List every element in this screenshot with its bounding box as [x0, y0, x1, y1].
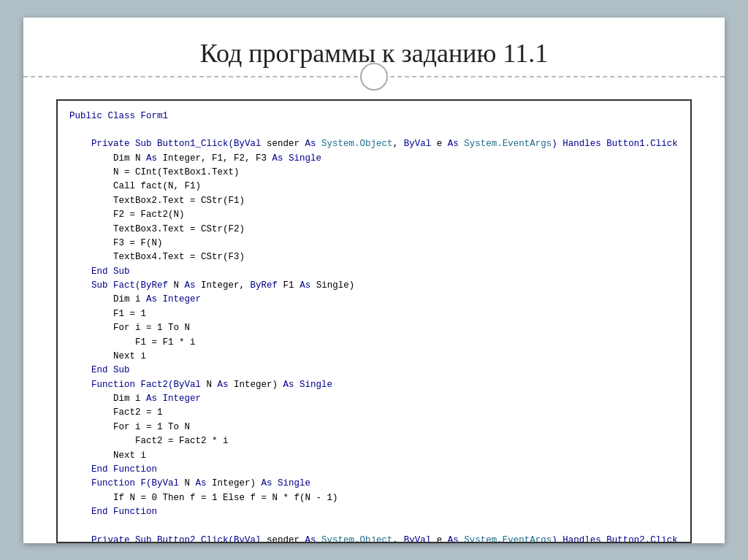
code-line: TextBox2.Text = CStr(F1) — [69, 194, 679, 208]
code-line: End Function — [69, 505, 679, 519]
code-line: F1 = 1 — [69, 307, 679, 321]
title-area: Код программы к заданию 11.1 — [23, 18, 725, 77]
code-line — [69, 519, 679, 533]
code-line: Dim i As Integer — [69, 392, 679, 406]
code-line: Private Sub Button1_Click(ByVal sender A… — [69, 137, 679, 151]
code-line: End Sub — [69, 265, 679, 279]
code-line: Private Sub Button2_Click(ByVal sender A… — [69, 534, 679, 543]
code-line: Fact2 = Fact2 * i — [69, 434, 679, 448]
code-line: End Function — [69, 463, 679, 477]
circle-connector — [360, 63, 388, 91]
code-line: F2 = Fact2(N) — [69, 208, 679, 222]
code-line — [69, 123, 679, 137]
code-line: Call fact(N, F1) — [69, 180, 679, 193]
code-block: Public Class Form1 Private Sub Button1_C… — [56, 99, 692, 543]
code-line: For i = 1 To N — [69, 321, 679, 335]
code-line: Sub Fact(ByRef N As Integer, ByRef F1 As… — [69, 279, 679, 293]
code-line: Next i — [69, 350, 679, 364]
code-line: If N = 0 Then f = 1 Else f = N * f(N - 1… — [69, 491, 679, 505]
code-line: Next i — [69, 449, 679, 463]
code-line: TextBox3.Text = CStr(F2) — [69, 223, 679, 237]
code-line: F3 = F(N) — [69, 237, 679, 250]
code-line: End Sub — [69, 364, 679, 377]
code-line: TextBox4.Text = CStr(F3) — [69, 250, 679, 264]
code-line: Dim N As Integer, F1, F2, F3 As Single — [69, 152, 679, 166]
code-line: F1 = F1 * i — [69, 336, 679, 350]
code-line: Fact2 = 1 — [69, 406, 679, 420]
code-line: Dim i As Integer — [69, 293, 679, 307]
code-line: N = CInt(TextBox1.Text) — [69, 166, 679, 180]
slide: Код программы к заданию 11.1 Public Clas… — [23, 18, 725, 543]
code-line: For i = 1 To N — [69, 421, 679, 434]
code-line: Function Fact2(ByVal N As Integer) As Si… — [69, 378, 679, 392]
code-line: Public Class Form1 — [69, 110, 679, 123]
code-line: Function F(ByVal N As Integer) As Single — [69, 477, 679, 491]
